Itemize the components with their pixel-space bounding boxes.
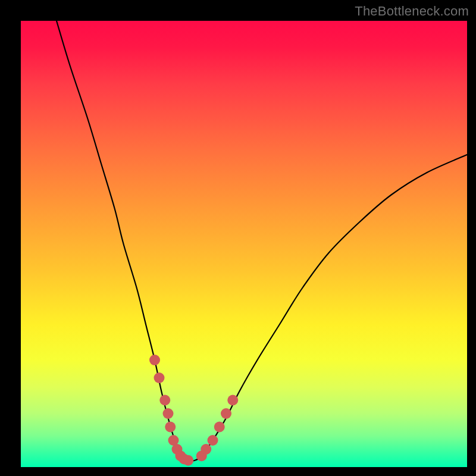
marker-dot: [227, 395, 238, 406]
bottleneck-curve: [57, 21, 467, 461]
marker-dot: [163, 408, 174, 419]
marker-dot: [154, 372, 165, 383]
marker-dot: [165, 422, 176, 433]
plot-area: [21, 21, 467, 467]
marker-dot: [214, 422, 225, 433]
marker-dot: [201, 444, 211, 455]
marker-dot: [221, 408, 231, 419]
marker-dot: [183, 455, 193, 466]
watermark-text: TheBottleneck.com: [355, 4, 469, 19]
marker-dot: [208, 435, 218, 446]
marker-dot: [149, 355, 160, 365]
curve-svg: [21, 21, 467, 467]
chart-stage: TheBottleneck.com: [0, 0, 476, 476]
marker-dot: [159, 395, 170, 406]
marker-dots: [149, 355, 238, 466]
